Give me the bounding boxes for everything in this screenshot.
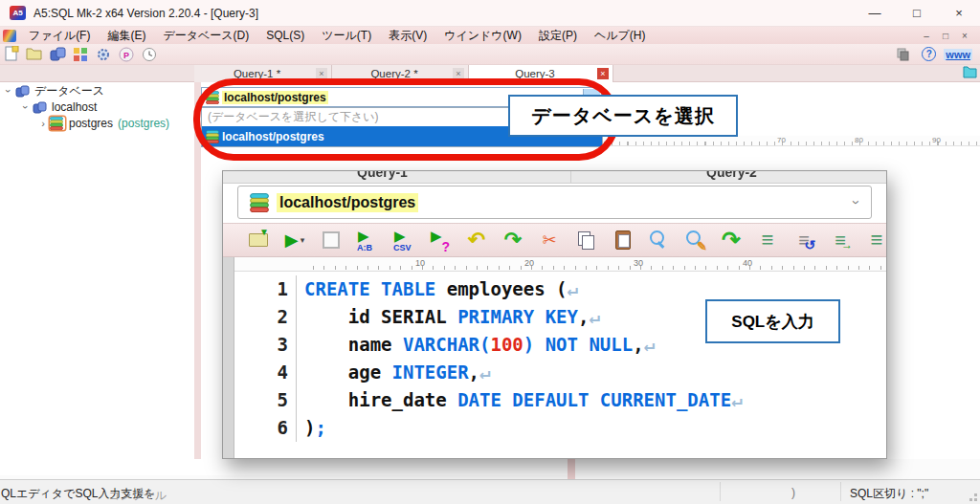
code-segment: ↵ xyxy=(731,389,742,410)
tree-item-[interactable]: ›データベース xyxy=(0,83,194,99)
db-stack-icon xyxy=(33,100,48,114)
mdi-window-controls: – □ × xyxy=(917,31,980,41)
open-folder-icon[interactable] xyxy=(23,45,46,64)
menu-item-p[interactable]: 設定(P) xyxy=(530,27,586,44)
code-text: name VARCHAR(100) NOT NULL,↵ xyxy=(297,331,655,359)
menu-item-t[interactable]: ツール(T) xyxy=(313,27,380,44)
menu-item-w[interactable]: ウインドウ(W) xyxy=(435,27,530,44)
main-toolbar: P ? www xyxy=(0,44,980,65)
code-segment: employees ( xyxy=(435,278,567,299)
chevron-right-icon[interactable]: › xyxy=(37,118,49,129)
minimize-button[interactable]: — xyxy=(854,0,896,26)
inset-tab-divider xyxy=(570,171,571,183)
chevron-down-icon[interactable]: › xyxy=(3,85,14,97)
mdi-close-button[interactable]: × xyxy=(955,31,974,41)
close-button[interactable]: × xyxy=(938,0,980,26)
tab-label: Query-1 * xyxy=(204,68,310,79)
menu-item-f[interactable]: ファイル(F) xyxy=(20,27,99,44)
inset-database-combo[interactable]: localhost/postgres › xyxy=(237,186,872,219)
run-csv-icon[interactable] xyxy=(391,228,416,252)
code-segment: ↵ xyxy=(589,306,599,327)
code-segment: PRIMARY KEY xyxy=(457,306,578,327)
line-number: 1 xyxy=(235,275,297,303)
undo-icon[interactable] xyxy=(464,228,489,252)
maximize-button[interactable]: □ xyxy=(896,0,938,26)
clock-icon[interactable] xyxy=(138,45,161,64)
run-ab-icon[interactable] xyxy=(355,228,380,252)
sql-code-editor[interactable]: 1CREATE TABLE employees (↵2 id SERIAL PR… xyxy=(223,272,886,442)
er-diagram-icon[interactable] xyxy=(69,45,92,64)
inset-combo-value: localhost/postgres xyxy=(277,193,418,212)
code-segment: , xyxy=(578,306,589,327)
paste-icon[interactable] xyxy=(610,228,635,252)
chevron-down-icon[interactable]: › xyxy=(20,101,32,113)
find-icon[interactable] xyxy=(646,228,671,252)
run-icon[interactable] xyxy=(282,228,307,252)
code-segment: ) xyxy=(304,417,315,438)
copy-icon[interactable] xyxy=(573,228,598,252)
menu-item-sqls[interactable]: SQL(S) xyxy=(257,27,313,44)
chevron-down-icon: › xyxy=(849,200,865,205)
open-sql-file-icon[interactable] xyxy=(246,228,271,252)
callout-select-database: データベースを選択 xyxy=(508,95,738,137)
web-link-icon[interactable]: www xyxy=(944,49,972,60)
database-cylinder-icon xyxy=(206,130,219,143)
align-icon[interactable] xyxy=(755,228,780,252)
code-segment: CREATE TABLE xyxy=(304,278,435,299)
options-p-icon[interactable]: P xyxy=(115,45,138,64)
code-segment: ↵ xyxy=(644,334,655,355)
stop-icon[interactable] xyxy=(319,228,344,252)
tab-Query-2[interactable]: Query-2 *× xyxy=(332,65,469,82)
cut-icon[interactable] xyxy=(537,228,562,252)
resize-grip[interactable] xyxy=(968,492,977,501)
tab-Query-3[interactable]: Query-3× xyxy=(469,65,613,82)
ruler-number: 40 xyxy=(743,258,752,268)
database-cylinder-icon xyxy=(250,193,269,212)
format-sql-icon[interactable] xyxy=(791,228,816,252)
tab-Query-1[interactable]: Query-1 *× xyxy=(194,65,332,82)
tree-item-postgres[interactable]: ›postgres(postgres) xyxy=(0,116,194,131)
inset-ruler: 10203040 xyxy=(223,257,886,272)
line-number: 3 xyxy=(235,331,297,359)
new-document-icon[interactable] xyxy=(0,45,23,64)
run-explain-icon[interactable] xyxy=(428,228,453,252)
tab-close-icon[interactable]: × xyxy=(597,68,609,79)
code-line: 6); xyxy=(223,414,886,442)
mdi-restore-button[interactable]: □ xyxy=(936,31,955,41)
menu-item-d[interactable]: データベース(D) xyxy=(154,27,257,44)
new-tab-icon[interactable] xyxy=(963,66,978,83)
app-window: A5:SQL Mk-2 x64 Version 2.20.4 - [Query-… xyxy=(0,0,980,504)
console-tab-label[interactable]: コンソール xyxy=(108,488,167,504)
copy-pages-icon[interactable] xyxy=(891,45,914,64)
ruler-number: 20 xyxy=(524,258,534,268)
line-number: 2 xyxy=(235,303,297,331)
tab-close-icon[interactable]: × xyxy=(453,68,464,79)
menu-item-v[interactable]: 表示(V) xyxy=(380,27,435,44)
code-line: 5 hire_date DATE DEFAULT CURRENT_DATE↵ xyxy=(223,386,886,414)
database-tree-panel: ›データベース›localhost›postgres(postgres) xyxy=(0,82,194,478)
code-segment: ↵ xyxy=(479,362,490,383)
panel-splitter[interactable] xyxy=(194,82,201,478)
help-icon[interactable]: ? xyxy=(922,47,936,61)
redo-arrow-icon[interactable] xyxy=(719,228,744,252)
indent-icon[interactable] xyxy=(828,228,853,252)
tab-close-icon[interactable]: × xyxy=(316,68,327,79)
replace-icon[interactable] xyxy=(682,228,707,252)
tree-item-localhost[interactable]: ›localhost xyxy=(0,99,194,115)
redo-icon[interactable] xyxy=(501,228,525,252)
align2-icon[interactable] xyxy=(864,228,886,252)
menu-item-e[interactable]: 編集(E) xyxy=(99,27,154,44)
databases-icon[interactable] xyxy=(46,45,69,64)
settings-gear-icon[interactable] xyxy=(92,45,115,64)
code-segment: id SERIAL xyxy=(304,306,457,327)
line-number: 4 xyxy=(235,359,297,386)
mdi-minimize-button[interactable]: – xyxy=(917,31,936,41)
mdi-child-icon xyxy=(3,30,16,42)
ruler-number: 70 xyxy=(777,136,786,144)
code-segment: ↵ xyxy=(568,278,578,299)
ruler-number: 80 xyxy=(855,136,863,144)
app-icon xyxy=(10,6,26,20)
code-segment: ) NOT NULL xyxy=(523,334,633,355)
menu-item-h[interactable]: ヘルプ(H) xyxy=(586,27,655,44)
bottom-belt xyxy=(0,459,980,479)
